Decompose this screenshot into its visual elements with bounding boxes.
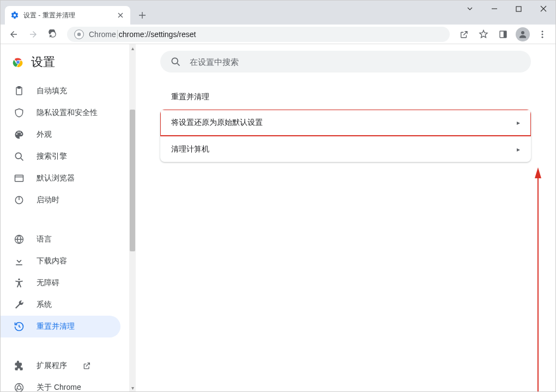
globe-icon: [14, 234, 25, 245]
address-bar[interactable]: Chrome chrome://settings/reset: [67, 27, 450, 42]
nav-label: 语言: [37, 234, 52, 244]
wrench-icon: [14, 299, 25, 310]
nav-label: 默认浏览器: [37, 173, 75, 183]
sidebar-item-autofill[interactable]: 自动填充: [1, 80, 120, 102]
sidebar-item-languages[interactable]: 语言: [1, 228, 120, 250]
window-icon: [14, 173, 25, 184]
external-link-icon: [82, 361, 91, 370]
svg-point-6: [542, 31, 543, 32]
reading-list-icon[interactable]: [494, 26, 512, 43]
section-title: 重置并清理: [160, 89, 531, 110]
cleanup-computer-row[interactable]: 清理计算机 ▸: [160, 136, 531, 162]
svg-rect-14: [18, 87, 21, 88]
nav-list-secondary: 语言 下载内容 无障碍 系统 重置并清理: [1, 226, 129, 340]
shield-icon: [14, 107, 25, 118]
restore-defaults-row[interactable]: 将设置还原为原始默认设置 ▸: [160, 110, 531, 136]
settings-main: 重置并清理 将设置还原为原始默认设置 ▸ 清理计算机 ▸: [136, 44, 555, 391]
settings-brand: 设置: [1, 44, 129, 78]
svg-point-12: [17, 61, 20, 64]
accessibility-icon: [14, 278, 25, 288]
sidebar-item-default-browser[interactable]: 默认浏览器: [1, 167, 120, 189]
sidebar-item-extensions[interactable]: 扩展程序: [1, 355, 120, 377]
download-icon: [14, 256, 25, 267]
close-window-button[interactable]: [531, 1, 555, 17]
settings-card: 将设置还原为原始默认设置 ▸ 清理计算机 ▸: [160, 110, 531, 162]
sidebar-item-startup[interactable]: 启动时: [1, 189, 120, 211]
reset-section: 重置并清理 将设置还原为原始默认设置 ▸ 清理计算机 ▸: [160, 89, 531, 162]
sidebar-item-downloads[interactable]: 下载内容: [1, 250, 120, 272]
window-dropdown[interactable]: [457, 1, 482, 17]
nav-label: 扩展程序: [37, 361, 67, 371]
window-titlebar: 设置 - 重置并清理: [1, 1, 555, 25]
search-icon: [170, 56, 181, 67]
nav-label: 搜索引擎: [37, 152, 67, 161]
settings-search[interactable]: [160, 51, 531, 73]
tab-strip: 设置 - 重置并清理: [1, 1, 150, 25]
nav-label: 下载内容: [37, 256, 67, 266]
nav-label: 外观: [37, 130, 52, 140]
svg-point-2: [77, 32, 81, 36]
window-controls: [457, 1, 555, 17]
chevron-right-icon: ▸: [517, 146, 520, 153]
svg-point-5: [521, 31, 524, 34]
svg-point-21: [17, 386, 21, 390]
svg-rect-4: [504, 31, 506, 38]
browser-toolbar: Chrome chrome://settings/reset: [1, 25, 555, 44]
reload-button[interactable]: [44, 26, 62, 43]
power-icon: [14, 195, 25, 206]
share-icon[interactable]: [455, 26, 473, 43]
svg-point-15: [15, 153, 21, 159]
nav-list-primary: 自动填充 隐私设置和安全性 外观 搜索引擎 默认浏览器: [1, 78, 129, 213]
gear-icon: [10, 11, 19, 20]
svg-rect-16: [15, 175, 23, 182]
content-area: 设置 自动填充 隐私设置和安全性 外观 搜索引擎: [1, 44, 555, 391]
scroll-down-arrow[interactable]: ▾: [129, 384, 136, 391]
sidebar-item-reset[interactable]: 重置并清理: [1, 316, 120, 337]
browser-tab[interactable]: 设置 - 重置并清理: [5, 6, 130, 25]
settings-title: 设置: [31, 54, 55, 70]
maximize-button[interactable]: [506, 1, 531, 17]
nav-label: 关于 Chrome: [37, 383, 81, 391]
row-label: 清理计算机: [171, 144, 209, 154]
chevron-right-icon: ▸: [517, 119, 520, 126]
sidebar-item-appearance[interactable]: 外观: [1, 124, 120, 146]
svg-point-19: [18, 279, 20, 280]
profile-avatar[interactable]: [516, 27, 530, 41]
bookmark-icon[interactable]: [475, 26, 492, 43]
nav-label: 启动时: [37, 195, 59, 205]
search-input[interactable]: [190, 57, 521, 67]
svg-point-7: [542, 33, 543, 35]
chrome-logo-icon: [13, 57, 23, 68]
nav-label: 无障碍: [37, 278, 59, 288]
new-tab-button[interactable]: [135, 8, 150, 23]
back-button[interactable]: [5, 26, 22, 43]
minimize-button[interactable]: [482, 1, 506, 17]
svg-point-22: [172, 58, 178, 64]
scroll-thumb[interactable]: [130, 110, 135, 251]
sidebar-scrollbar[interactable]: ▴ ▾: [129, 44, 136, 391]
svg-rect-0: [516, 7, 521, 11]
chrome-icon: [14, 382, 25, 391]
menu-icon[interactable]: [534, 26, 551, 43]
tab-title: 设置 - 重置并清理: [23, 11, 112, 20]
url-text: Chrome chrome://settings/reset: [89, 30, 196, 39]
site-info-icon[interactable]: [74, 29, 84, 40]
nav-list-tertiary: 扩展程序 关于 Chrome: [1, 353, 129, 391]
scroll-up-arrow[interactable]: ▴: [129, 44, 136, 52]
sidebar-item-about[interactable]: 关于 Chrome: [1, 377, 120, 391]
extension-icon: [14, 360, 25, 371]
clipboard-icon: [14, 86, 25, 97]
sidebar-item-system[interactable]: 系统: [1, 294, 120, 316]
nav-label: 自动填充: [37, 86, 67, 96]
search-icon: [14, 151, 25, 162]
palette-icon: [14, 129, 25, 140]
settings-sidebar: 设置 自动填充 隐私设置和安全性 外观 搜索引擎: [1, 44, 136, 391]
row-label: 将设置还原为原始默认设置: [171, 118, 263, 128]
sidebar-item-search-engine[interactable]: 搜索引擎: [1, 146, 120, 167]
forward-button[interactable]: [25, 26, 42, 43]
restore-icon: [14, 321, 25, 332]
sidebar-item-accessibility[interactable]: 无障碍: [1, 272, 120, 294]
sidebar-item-privacy[interactable]: 隐私设置和安全性: [1, 102, 120, 124]
annotation-arrow: [533, 170, 543, 392]
close-icon[interactable]: [116, 11, 125, 20]
